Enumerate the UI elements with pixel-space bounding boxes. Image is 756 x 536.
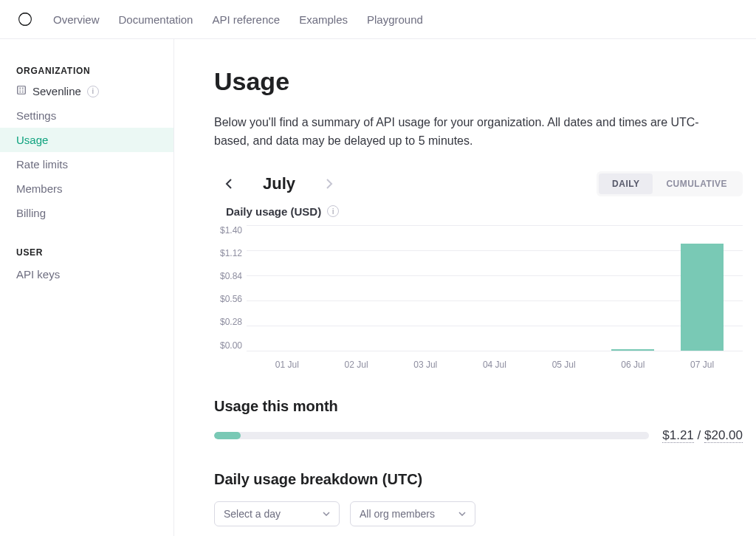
x-tick: 06 Jul xyxy=(611,360,654,370)
usage-month-heading: Usage this month xyxy=(214,398,743,415)
svg-rect-1 xyxy=(18,86,26,95)
usage-progress-bar xyxy=(214,432,649,439)
sidebar: ORGANIZATION Sevenline i Settings Usage … xyxy=(0,39,174,536)
chart-title: Daily usage (USD) xyxy=(226,205,321,218)
nav-playground[interactable]: Playground xyxy=(367,13,423,26)
chart-plot-area xyxy=(247,225,743,351)
usage-limit: $20.00 xyxy=(704,428,743,443)
breakdown-heading: Daily usage breakdown (UTC) xyxy=(214,471,743,488)
usage-spent: $1.21 xyxy=(662,428,694,443)
y-tick: $1.40 xyxy=(220,225,242,236)
select-user-dropdown[interactable]: All org members xyxy=(350,501,475,526)
sidebar-item-members[interactable]: Members xyxy=(0,176,173,201)
daily-usage-chart: $1.40 $1.12 $0.84 $0.56 $0.28 $0.00 xyxy=(214,225,743,351)
sidebar-item-api-keys[interactable]: API keys xyxy=(0,262,173,286)
select-user-label: All org members xyxy=(360,508,435,520)
chevron-right-icon xyxy=(326,179,333,189)
y-tick: $0.84 xyxy=(220,271,242,281)
page-intro: Below you'll find a summary of API usage… xyxy=(214,114,731,151)
building-icon xyxy=(16,85,27,97)
chevron-down-icon xyxy=(458,512,466,516)
chart-x-axis: 01 Jul02 Jul03 Jul04 Jul05 Jul06 Jul07 J… xyxy=(247,351,743,370)
info-icon[interactable]: i xyxy=(87,86,99,97)
page-title: Usage xyxy=(214,67,743,96)
sidebar-heading-user: USER xyxy=(0,241,173,262)
main-content: Usage Below you'll find a summary of API… xyxy=(174,39,743,536)
x-tick: 05 Jul xyxy=(543,360,585,370)
toggle-daily[interactable]: DAILY xyxy=(599,173,653,194)
sidebar-item-billing[interactable]: Billing xyxy=(0,201,173,225)
chart-bar xyxy=(611,349,654,350)
nav-examples[interactable]: Examples xyxy=(299,13,348,26)
x-tick: 01 Jul xyxy=(266,360,309,370)
view-toggle: DAILY CUMULATIVE xyxy=(597,171,743,196)
org-name: Sevenline xyxy=(32,85,81,97)
month-label: July xyxy=(263,174,295,193)
org-selector[interactable]: Sevenline i xyxy=(0,80,173,103)
select-day-label: Select a day xyxy=(224,508,281,520)
chevron-down-icon xyxy=(323,512,330,516)
usage-progress-fill xyxy=(214,432,241,439)
sidebar-item-usage[interactable]: Usage xyxy=(0,128,173,152)
nav-documentation[interactable]: Documentation xyxy=(119,13,193,26)
x-tick: 03 Jul xyxy=(404,360,447,370)
y-tick: $0.56 xyxy=(220,294,242,304)
sidebar-item-rate-limits[interactable]: Rate limits xyxy=(0,152,173,176)
top-nav: Overview Documentation API reference Exa… xyxy=(0,0,756,39)
y-tick: $0.00 xyxy=(220,340,242,351)
y-tick: $0.28 xyxy=(220,317,242,327)
info-icon[interactable]: i xyxy=(327,205,339,217)
chevron-left-icon xyxy=(225,179,233,189)
chart-bar xyxy=(681,244,724,351)
x-tick: 07 Jul xyxy=(681,360,724,370)
usage-amounts: $1.21 / $20.00 xyxy=(662,428,743,443)
select-day-dropdown[interactable]: Select a day xyxy=(214,501,340,526)
x-tick: 02 Jul xyxy=(335,360,378,370)
next-month-button[interactable] xyxy=(320,175,338,193)
prev-month-button[interactable] xyxy=(220,175,238,193)
nav-overview[interactable]: Overview xyxy=(53,13,100,26)
sidebar-item-settings[interactable]: Settings xyxy=(0,103,173,128)
sidebar-heading-organization: ORGANIZATION xyxy=(0,60,173,80)
nav-api-reference[interactable]: API reference xyxy=(212,13,280,26)
y-tick: $1.12 xyxy=(220,248,242,258)
x-tick: 04 Jul xyxy=(473,360,516,370)
brand-logo xyxy=(16,10,34,28)
toggle-cumulative[interactable]: CUMULATIVE xyxy=(653,173,740,194)
chart-y-axis: $1.40 $1.12 $0.84 $0.56 $0.28 $0.00 xyxy=(214,225,247,351)
